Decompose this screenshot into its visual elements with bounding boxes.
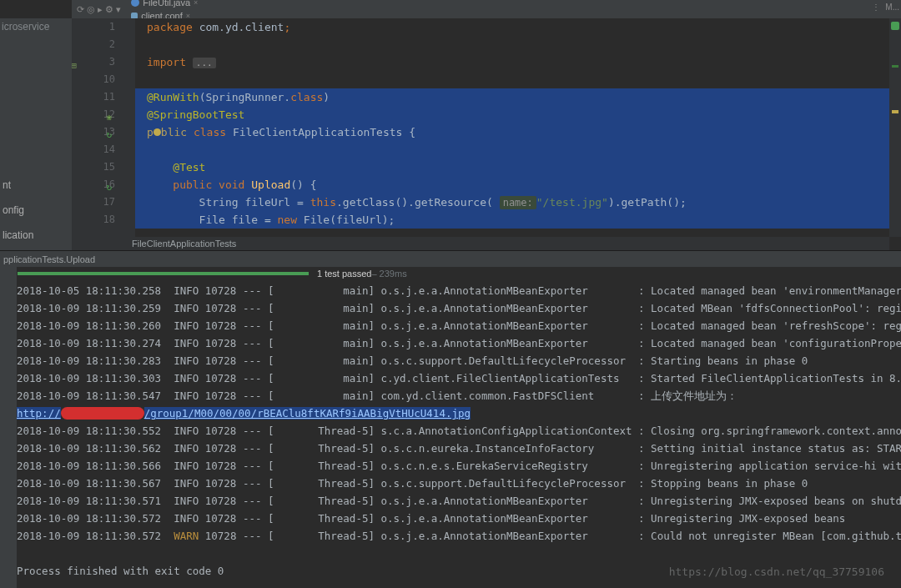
console-line: 2018-10-09 18:11:30.260 INFO 10728 --- [… [17, 317, 901, 334]
console-output[interactable]: 2018-10-05 18:11:30.258 INFO 10728 --- [… [17, 280, 901, 588]
test-status-bar: 1 test passed – 239ms [17, 267, 901, 280]
test-progress [17, 272, 309, 275]
run-header[interactable]: pplicationTests.Upload [0, 250, 901, 269]
project-sidebar: icroservice nt onfig lication [0, 18, 73, 250]
console-line: 2018-10-09 18:11:30.283 INFO 10728 --- [… [17, 352, 901, 369]
editor-tab[interactable]: FileUtil.java × [126, 0, 279, 9]
gutter[interactable]: 1 2 ⊞3 10 11 ❀12 ↻13 14 15 ↻16 17 18 [72, 18, 135, 237]
code-editor[interactable]: 1 2 ⊞3 10 11 ❀12 ↻13 14 15 ↻16 17 18 pac… [72, 18, 889, 237]
console-line: 2018-10-09 18:11:30.567 INFO 10728 --- [… [17, 475, 901, 492]
project-title: icroservice [0, 18, 72, 39]
test-time: – 239ms [371, 269, 406, 279]
console-line: 2018-10-09 18:11:30.562 INFO 10728 --- [… [17, 440, 901, 457]
sidebar-item[interactable]: onfig [0, 198, 72, 223]
editor-error-stripe[interactable] [889, 18, 901, 237]
console-line: 2018-10-09 18:11:30.274 INFO 10728 --- [… [17, 334, 901, 352]
console-line: 2018-10-09 18:11:30.552 INFO 10728 --- [… [17, 422, 901, 440]
sidebar-item[interactable]: lication [0, 223, 72, 248]
console-line: 2018-10-05 18:11:30.258 INFO 10728 --- [… [17, 282, 901, 299]
left-gutter-strip[interactable] [0, 267, 18, 588]
console-line: 2018-10-09 18:11:30.572 WARN 10728 --- [… [17, 527, 901, 545]
console-link[interactable]: http:// [17, 407, 61, 420]
watermark: https://blog.csdn.net/qq_37759106 [669, 565, 884, 578]
console-line: 2018-10-09 18:11:30.566 INFO 10728 --- [… [17, 457, 901, 475]
file-icon [131, 0, 139, 7]
editor-breadcrumb[interactable]: FileClientApplicationTests [72, 237, 889, 250]
console-line [17, 545, 901, 562]
console-line: 2018-10-09 18:11:30.547 INFO 10728 --- [… [17, 387, 901, 405]
console-line: 2018-10-09 18:11:30.259 INFO 10728 --- [… [17, 299, 901, 317]
console-line: 2018-10-09 18:11:30.572 INFO 10728 --- [… [17, 510, 901, 527]
editor-tabs: ⟳ ◎ ▸ ⚙ ▾ application.yml ×m file-client… [72, 0, 901, 19]
close-icon[interactable]: × [194, 0, 198, 7]
console-line: http:///group1/M00/00/00/rBEAClu8ftKARf9… [17, 405, 901, 422]
sidebar-item[interactable]: nt [0, 173, 72, 198]
tabs-overflow[interactable]: ⋮M... [872, 3, 899, 12]
code-area[interactable]: package com.yd.client; import ... @RunWi… [135, 18, 889, 237]
console-line: 2018-10-09 18:11:30.303 INFO 10728 --- [… [17, 369, 901, 387]
console-line: 2018-10-09 18:11:30.571 INFO 10728 --- [… [17, 492, 901, 510]
test-status-text: 1 test passed [317, 269, 371, 279]
toolbar-icons[interactable]: ⟳ ◎ ▸ ⚙ ▾ [77, 4, 124, 15]
